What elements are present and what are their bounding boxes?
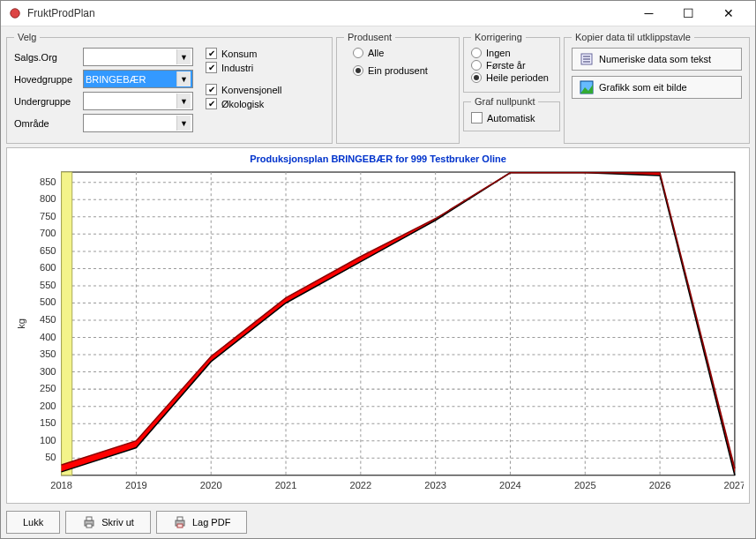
produsent-legend: Produsent [344,32,395,42]
close-button[interactable]: ✕ [708,1,748,26]
svg-text:200: 200 [40,401,56,411]
svg-rect-68 [177,524,183,528]
nullpunkt-legend: Graf nullpunkt [471,96,538,107]
salgsorg-label: Salgs.Org [14,52,83,63]
svg-text:2019: 2019 [125,480,147,490]
okologisk-checkbox[interactable]: ✔ Økologisk [206,98,282,109]
automatisk-checkbox[interactable]: Automatisk [471,112,552,124]
svg-text:600: 600 [40,262,56,273]
korrigering-legend: Korrigering [471,32,526,42]
lag-pdf-button[interactable]: Lag PDF [156,511,247,534]
svg-text:2027: 2027 [724,480,744,490]
printer-icon [82,515,96,529]
svg-text:800: 800 [40,193,56,204]
lukk-button[interactable]: Lukk [6,511,60,534]
svg-text:650: 650 [40,245,56,256]
industri-checkbox[interactable]: ✔ Industri [206,62,282,73]
checkbox-icon: ✔ [206,98,217,109]
undergruppe-label: Undergruppe [14,96,83,107]
skriv-ut-button[interactable]: Skriv ut [65,511,151,534]
svg-text:2022: 2022 [349,480,371,490]
svg-text:300: 300 [40,366,56,377]
svg-text:850: 850 [40,176,56,187]
kopier-legend: Kopier data til utklippstavle [572,32,694,42]
omrade-label: Område [14,118,83,129]
chart-panel: Produksjonsplan BRINGEBÆR for 999 Testbr… [6,147,750,504]
minimize-button[interactable]: ─ [629,1,669,26]
velg-legend: Velg [14,32,40,42]
app-icon [8,6,22,20]
grafikk-bilde-button[interactable]: Grafikk som eit bilde [572,76,742,99]
chevron-down-icon: ▼ [176,94,191,109]
alle-radio[interactable]: Alle [353,48,452,58]
window-title: FruktProdPlan [27,7,629,19]
chevron-down-icon: ▼ [176,49,191,64]
svg-text:2026: 2026 [649,480,671,490]
svg-rect-65 [86,524,92,528]
svg-rect-64 [86,517,92,520]
undergruppe-select[interactable]: ▼ [83,92,193,110]
checkbox-icon: ✔ [206,48,217,59]
radio-icon [471,60,482,71]
svg-text:400: 400 [40,332,56,342]
radio-icon [471,72,482,83]
svg-text:700: 700 [40,228,56,238]
omrade-select[interactable]: ▼ [83,114,193,132]
svg-text:550: 550 [40,280,56,290]
kopier-group: Kopier data til utklippstavle Numeriske … [564,32,750,144]
image-icon [580,80,594,94]
checkbox-icon: ✔ [206,84,217,95]
radio-icon [471,48,482,58]
radio-icon [353,48,363,58]
chart-title: Produksjonsplan BRINGEBÆR for 999 Testbr… [12,153,744,164]
maximize-button[interactable]: ☐ [669,1,708,26]
chevron-down-icon: ▼ [176,71,191,86]
radio-icon [353,65,363,76]
svg-point-0 [11,9,20,19]
svg-text:150: 150 [40,417,56,428]
chevron-down-icon: ▼ [176,116,191,131]
svg-text:2023: 2023 [424,480,446,490]
svg-rect-67 [177,517,183,520]
salgsorg-select[interactable]: ▼ [83,48,193,66]
svg-text:kg: kg [16,318,26,329]
forste-ar-radio[interactable]: Første år [471,60,552,71]
svg-text:2020: 2020 [200,480,222,490]
pdf-icon [173,515,187,529]
svg-text:500: 500 [40,297,56,308]
hovedgruppe-label: Hovedgruppe [14,74,83,85]
korrigering-group: Korrigering Ingen Første år Heile period… [463,32,560,93]
chart-svg: 5010015020025030035040045050055060065070… [12,168,744,498]
svg-text:350: 350 [40,348,56,359]
svg-text:100: 100 [40,435,56,445]
svg-text:750: 750 [40,211,56,221]
nullpunkt-group: Graf nullpunkt Automatisk [463,96,560,131]
checkbox-icon [471,112,483,124]
svg-text:2021: 2021 [275,480,297,490]
checkbox-icon: ✔ [206,62,217,73]
konsum-checkbox[interactable]: ✔ Konsum [206,48,282,59]
svg-text:2018: 2018 [50,480,72,490]
text-icon [580,52,594,66]
ingen-radio[interactable]: Ingen [471,48,552,58]
svg-marker-60 [62,172,72,475]
hovedgruppe-select[interactable]: BRINGEBÆR ▼ [83,70,193,88]
svg-text:2024: 2024 [499,480,521,490]
heile-perioden-radio[interactable]: Heile perioden [471,72,552,83]
konvensjonell-checkbox[interactable]: ✔ Konvensjonell [206,84,282,95]
numerisk-data-button[interactable]: Numeriske data som tekst [572,48,742,71]
titlebar: FruktProdPlan ─ ☐ ✕ [1,1,755,26]
svg-text:250: 250 [40,383,56,393]
svg-rect-7 [62,172,735,475]
svg-text:2025: 2025 [574,480,596,490]
velg-group: Velg Salgs.Org ▼ Hovedgruppe [6,32,333,144]
produsent-group: Produsent Alle Ein produsent [336,32,460,144]
svg-text:50: 50 [45,452,56,462]
ein-produsent-radio[interactable]: Ein produsent [353,65,452,76]
svg-text:450: 450 [40,314,56,325]
